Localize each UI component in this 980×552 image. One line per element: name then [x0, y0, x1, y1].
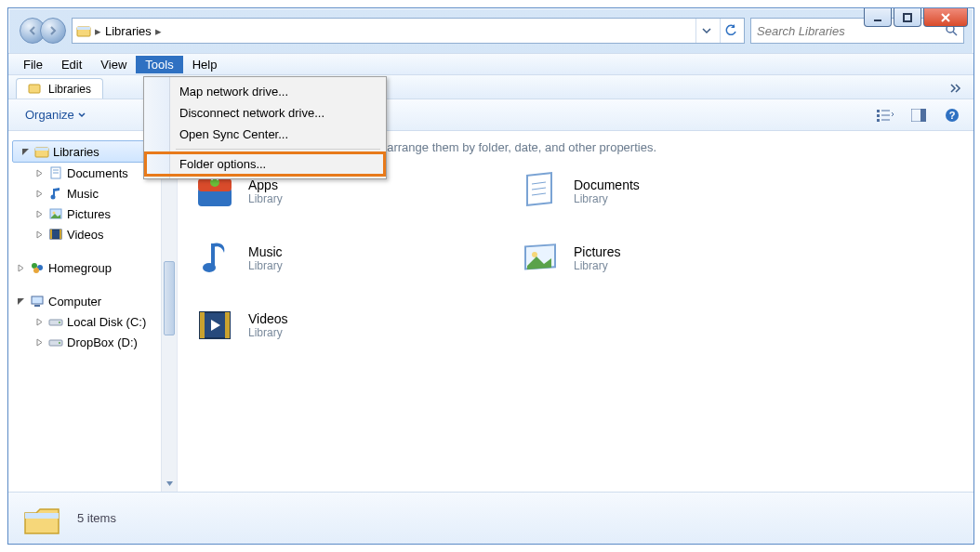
expand-icon[interactable] [34, 209, 45, 219]
tree-label: Homegroup [48, 261, 112, 275]
content-pane: Open a library to see your files and arr… [178, 131, 973, 492]
menu-help[interactable]: Help [183, 56, 227, 73]
pictures-icon [518, 236, 563, 281]
documents-icon [48, 165, 63, 180]
svg-rect-52 [25, 513, 59, 519]
svg-rect-51 [225, 312, 230, 338]
svg-rect-1 [904, 14, 911, 21]
explorer-window: ▸ Libraries ▸ Search Libraries File Edit… [7, 7, 974, 545]
library-sublabel: Library [248, 259, 283, 272]
svg-rect-9 [877, 119, 880, 122]
tree-local-disk-c[interactable]: Local Disk (C:) [8, 311, 177, 332]
help-button[interactable]: ? [940, 105, 964, 125]
organize-button[interactable]: Organize [18, 104, 93, 125]
videos-icon [192, 303, 237, 348]
library-sublabel: Library [248, 326, 288, 339]
svg-rect-32 [34, 305, 40, 307]
tree-scrollbar[interactable] [161, 131, 177, 492]
tree-label: Pictures [67, 207, 111, 221]
svg-rect-7 [877, 110, 880, 112]
tree-videos[interactable]: Videos [8, 224, 177, 244]
menu-disconnect-network-drive[interactable]: Disconnect network drive... [146, 102, 384, 124]
tab-overflow-button[interactable] [946, 78, 966, 99]
svg-rect-42 [527, 173, 551, 205]
library-name: Apps [248, 177, 283, 192]
menu-edit[interactable]: Edit [52, 56, 91, 73]
expand-icon[interactable] [34, 317, 45, 327]
menu-map-network-drive[interactable]: Map network drive... [146, 81, 384, 102]
svg-rect-26 [50, 230, 52, 239]
close-button[interactable] [923, 8, 968, 27]
menu-view[interactable]: View [91, 56, 136, 73]
tree-label: Documents [67, 166, 128, 180]
svg-point-34 [59, 322, 60, 323]
scroll-thumb[interactable] [164, 261, 175, 335]
drive-icon [48, 314, 63, 329]
nav-forward-button[interactable] [40, 18, 66, 44]
expand-icon[interactable] [34, 168, 45, 178]
maximize-button[interactable] [894, 8, 921, 27]
svg-rect-3 [77, 27, 90, 30]
minimize-button[interactable] [864, 8, 892, 27]
search-placeholder: Search Libraries [757, 24, 845, 38]
address-history-dropdown[interactable] [695, 19, 716, 43]
status-bar: 5 items [8, 492, 973, 544]
library-sublabel: Library [248, 192, 283, 205]
svg-rect-27 [60, 230, 61, 239]
tools-dropdown: Map network drive... Disconnect network … [143, 76, 387, 179]
menu-folder-options[interactable]: Folder options... [146, 153, 384, 175]
menu-tools[interactable]: Tools [136, 56, 182, 73]
expand-icon[interactable] [16, 263, 26, 273]
breadcrumb-separator-icon: ▸ [155, 24, 162, 38]
preview-pane-icon [911, 109, 926, 122]
library-name: Pictures [574, 244, 621, 259]
tree-computer[interactable]: Computer [8, 291, 177, 311]
tree-pictures[interactable]: Pictures [8, 204, 177, 224]
expand-icon[interactable] [34, 337, 45, 348]
expand-icon[interactable] [34, 189, 45, 199]
svg-point-36 [59, 342, 60, 344]
collapse-icon[interactable] [16, 296, 26, 307]
library-documents[interactable]: Documents Library [518, 169, 843, 214]
library-music[interactable]: Music Library [192, 236, 518, 281]
chevron-down-icon [78, 112, 86, 119]
preview-pane-button[interactable] [907, 105, 931, 125]
library-videos[interactable]: Videos Library [192, 303, 518, 348]
libraries-icon [34, 144, 49, 159]
svg-rect-6 [29, 85, 40, 93]
titlebar-controls [862, 8, 968, 27]
tree-label: DropBox (D:) [67, 335, 138, 349]
address-bar[interactable]: ▸ Libraries ▸ [72, 18, 745, 44]
menu-open-sync-center[interactable]: Open Sync Center... [146, 124, 384, 145]
libraries-icon [76, 23, 91, 38]
library-sublabel: Library [574, 192, 640, 205]
arrow-right-icon [47, 25, 59, 36]
scroll-down-button[interactable] [162, 476, 177, 492]
tree-homegroup[interactable]: Homegroup [8, 257, 177, 278]
view-options-button[interactable] [873, 105, 897, 125]
svg-rect-14 [920, 109, 926, 122]
tree-label: Videos [67, 228, 104, 242]
svg-rect-31 [32, 296, 43, 304]
help-icon: ? [945, 108, 960, 123]
tree-label: Local Disk (C:) [67, 315, 146, 329]
documents-icon [518, 169, 563, 214]
refresh-button[interactable] [720, 19, 740, 43]
videos-icon [48, 227, 63, 242]
collapse-icon[interactable] [20, 147, 31, 157]
main-split: Libraries Documents Music Pictures Video [8, 131, 973, 492]
status-count: 5 items [77, 511, 116, 525]
tree-music[interactable]: Music [8, 183, 177, 204]
tab-libraries[interactable]: Libraries [16, 78, 103, 99]
library-pictures[interactable]: Pictures Library [518, 236, 843, 281]
svg-line-5 [953, 32, 957, 35]
tree-dropbox-d[interactable]: DropBox (D:) [8, 332, 177, 352]
expand-icon[interactable] [34, 230, 45, 240]
menu-file[interactable]: File [14, 56, 52, 73]
dropdown-separator [176, 149, 380, 150]
chevron-down-icon [702, 26, 711, 35]
pictures-icon [48, 206, 63, 221]
svg-rect-50 [200, 312, 205, 338]
breadcrumb-libraries[interactable]: Libraries [105, 24, 152, 38]
nav-tree: Libraries Documents Music Pictures Video [8, 131, 178, 492]
